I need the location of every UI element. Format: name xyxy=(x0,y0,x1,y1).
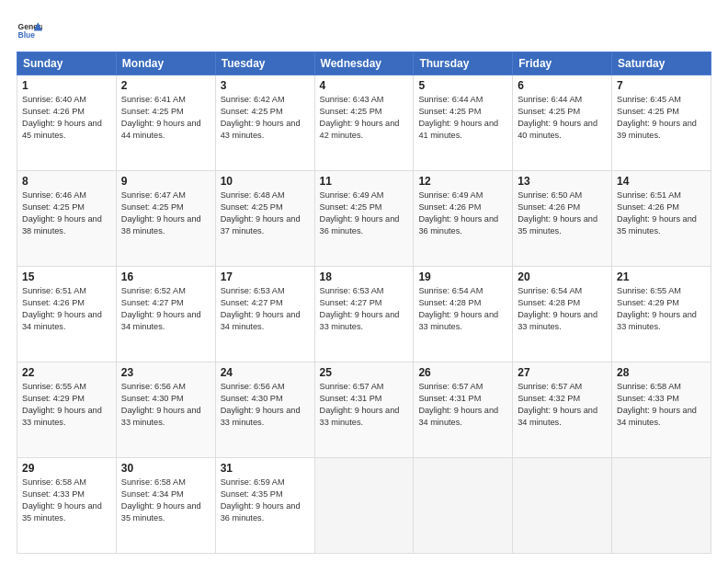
cell-info: Sunrise: 6:58 AMSunset: 4:33 PMDaylight:… xyxy=(22,477,111,524)
calendar-cell: 1Sunrise: 6:40 AMSunset: 4:26 PMDaylight… xyxy=(17,75,117,171)
day-number: 21 xyxy=(617,270,706,283)
calendar-cell: 11Sunrise: 6:49 AMSunset: 4:25 PMDayligh… xyxy=(314,171,414,267)
day-number: 25 xyxy=(320,366,409,379)
calendar-cell xyxy=(612,458,711,554)
calendar-cell: 31Sunrise: 6:59 AMSunset: 4:35 PMDayligh… xyxy=(215,458,314,554)
cell-info: Sunrise: 6:46 AMSunset: 4:25 PMDaylight:… xyxy=(22,190,111,237)
calendar-cell: 23Sunrise: 6:56 AMSunset: 4:30 PMDayligh… xyxy=(116,362,215,458)
cell-info: Sunrise: 6:51 AMSunset: 4:26 PMDaylight:… xyxy=(617,190,706,237)
cell-info: Sunrise: 6:43 AMSunset: 4:25 PMDaylight:… xyxy=(320,94,409,142)
day-number: 18 xyxy=(320,270,409,283)
day-number: 17 xyxy=(221,270,310,283)
day-number: 23 xyxy=(121,366,210,379)
svg-text:Blue: Blue xyxy=(18,30,36,40)
week-row-4: 22Sunrise: 6:55 AMSunset: 4:29 PMDayligh… xyxy=(17,362,711,458)
day-number: 7 xyxy=(617,79,706,92)
calendar-cell: 26Sunrise: 6:57 AMSunset: 4:31 PMDayligh… xyxy=(414,362,513,458)
week-row-2: 8Sunrise: 6:46 AMSunset: 4:25 PMDaylight… xyxy=(17,171,711,267)
cell-info: Sunrise: 6:57 AMSunset: 4:32 PMDaylight:… xyxy=(518,381,607,429)
calendar-cell: 20Sunrise: 6:54 AMSunset: 4:28 PMDayligh… xyxy=(513,267,612,362)
calendar-cell: 17Sunrise: 6:53 AMSunset: 4:27 PMDayligh… xyxy=(215,267,314,362)
day-number: 12 xyxy=(418,175,507,188)
day-number: 4 xyxy=(320,79,409,92)
calendar-cell: 9Sunrise: 6:47 AMSunset: 4:25 PMDaylight… xyxy=(116,171,215,267)
calendar-cell: 22Sunrise: 6:55 AMSunset: 4:29 PMDayligh… xyxy=(17,362,117,458)
day-number: 14 xyxy=(617,175,706,188)
cell-info: Sunrise: 6:53 AMSunset: 4:27 PMDaylight:… xyxy=(320,285,409,333)
calendar-cell: 30Sunrise: 6:58 AMSunset: 4:34 PMDayligh… xyxy=(116,458,215,554)
day-number: 2 xyxy=(121,79,210,92)
calendar-cell xyxy=(314,458,414,554)
week-row-5: 29Sunrise: 6:58 AMSunset: 4:33 PMDayligh… xyxy=(17,458,711,554)
page: General Blue SundayMondayTuesdayWednesda… xyxy=(0,0,728,563)
day-number: 30 xyxy=(121,462,210,475)
calendar-cell: 15Sunrise: 6:51 AMSunset: 4:26 PMDayligh… xyxy=(17,267,117,362)
cell-info: Sunrise: 6:44 AMSunset: 4:25 PMDaylight:… xyxy=(418,94,507,142)
week-row-1: 1Sunrise: 6:40 AMSunset: 4:26 PMDaylight… xyxy=(17,75,711,171)
day-number: 1 xyxy=(22,79,111,92)
day-number: 24 xyxy=(221,366,310,379)
cell-info: Sunrise: 6:44 AMSunset: 4:25 PMDaylight:… xyxy=(518,94,607,142)
day-number: 10 xyxy=(221,175,310,188)
col-header-monday: Monday xyxy=(116,52,215,75)
col-header-tuesday: Tuesday xyxy=(215,52,314,75)
calendar-cell: 8Sunrise: 6:46 AMSunset: 4:25 PMDaylight… xyxy=(17,171,117,267)
day-number: 9 xyxy=(121,175,210,188)
cell-info: Sunrise: 6:40 AMSunset: 4:26 PMDaylight:… xyxy=(22,94,111,142)
day-number: 29 xyxy=(22,462,111,475)
week-row-3: 15Sunrise: 6:51 AMSunset: 4:26 PMDayligh… xyxy=(17,267,711,362)
calendar-cell xyxy=(414,458,513,554)
cell-info: Sunrise: 6:55 AMSunset: 4:29 PMDaylight:… xyxy=(22,381,111,429)
calendar-cell: 24Sunrise: 6:56 AMSunset: 4:30 PMDayligh… xyxy=(215,362,314,458)
cell-info: Sunrise: 6:50 AMSunset: 4:26 PMDaylight:… xyxy=(518,190,607,237)
calendar-cell: 28Sunrise: 6:58 AMSunset: 4:33 PMDayligh… xyxy=(612,362,711,458)
cell-info: Sunrise: 6:51 AMSunset: 4:26 PMDaylight:… xyxy=(22,285,111,333)
calendar-cell: 29Sunrise: 6:58 AMSunset: 4:33 PMDayligh… xyxy=(17,458,117,554)
calendar-cell xyxy=(513,458,612,554)
day-number: 15 xyxy=(22,270,111,283)
calendar-cell: 12Sunrise: 6:49 AMSunset: 4:26 PMDayligh… xyxy=(414,171,513,267)
cell-info: Sunrise: 6:53 AMSunset: 4:27 PMDaylight:… xyxy=(221,285,310,333)
day-number: 27 xyxy=(518,366,607,379)
calendar-cell: 16Sunrise: 6:52 AMSunset: 4:27 PMDayligh… xyxy=(116,267,215,362)
day-number: 13 xyxy=(518,175,607,188)
day-number: 31 xyxy=(221,462,310,475)
logo: General Blue xyxy=(17,17,42,42)
day-number: 20 xyxy=(518,270,607,283)
cell-info: Sunrise: 6:52 AMSunset: 4:27 PMDaylight:… xyxy=(121,285,210,333)
calendar-cell: 6Sunrise: 6:44 AMSunset: 4:25 PMDaylight… xyxy=(513,75,612,171)
cell-info: Sunrise: 6:48 AMSunset: 4:25 PMDaylight:… xyxy=(221,190,310,237)
day-number: 28 xyxy=(617,366,706,379)
calendar: SundayMondayTuesdayWednesdayThursdayFrid… xyxy=(17,52,711,554)
cell-info: Sunrise: 6:56 AMSunset: 4:30 PMDaylight:… xyxy=(121,381,210,429)
col-header-wednesday: Wednesday xyxy=(314,52,414,75)
col-header-saturday: Saturday xyxy=(612,52,711,75)
day-number: 22 xyxy=(22,366,111,379)
col-header-thursday: Thursday xyxy=(414,52,513,75)
cell-info: Sunrise: 6:41 AMSunset: 4:25 PMDaylight:… xyxy=(121,94,210,142)
cell-info: Sunrise: 6:42 AMSunset: 4:25 PMDaylight:… xyxy=(221,94,310,142)
cell-info: Sunrise: 6:57 AMSunset: 4:31 PMDaylight:… xyxy=(418,381,507,429)
cell-info: Sunrise: 6:45 AMSunset: 4:25 PMDaylight:… xyxy=(617,94,706,142)
calendar-cell: 3Sunrise: 6:42 AMSunset: 4:25 PMDaylight… xyxy=(215,75,314,171)
cell-info: Sunrise: 6:58 AMSunset: 4:33 PMDaylight:… xyxy=(617,381,706,429)
calendar-cell: 21Sunrise: 6:55 AMSunset: 4:29 PMDayligh… xyxy=(612,267,711,362)
header: General Blue xyxy=(17,17,711,42)
calendar-cell: 19Sunrise: 6:54 AMSunset: 4:28 PMDayligh… xyxy=(414,267,513,362)
calendar-cell: 10Sunrise: 6:48 AMSunset: 4:25 PMDayligh… xyxy=(215,171,314,267)
cell-info: Sunrise: 6:58 AMSunset: 4:34 PMDaylight:… xyxy=(121,477,210,524)
day-number: 26 xyxy=(418,366,507,379)
col-header-friday: Friday xyxy=(513,52,612,75)
cell-info: Sunrise: 6:57 AMSunset: 4:31 PMDaylight:… xyxy=(320,381,409,429)
calendar-cell: 14Sunrise: 6:51 AMSunset: 4:26 PMDayligh… xyxy=(612,171,711,267)
day-number: 11 xyxy=(320,175,409,188)
cell-info: Sunrise: 6:54 AMSunset: 4:28 PMDaylight:… xyxy=(518,285,607,333)
cell-info: Sunrise: 6:59 AMSunset: 4:35 PMDaylight:… xyxy=(221,477,310,524)
calendar-cell: 13Sunrise: 6:50 AMSunset: 4:26 PMDayligh… xyxy=(513,171,612,267)
col-header-sunday: Sunday xyxy=(17,52,117,75)
day-number: 16 xyxy=(121,270,210,283)
cell-info: Sunrise: 6:54 AMSunset: 4:28 PMDaylight:… xyxy=(418,285,507,333)
calendar-cell: 27Sunrise: 6:57 AMSunset: 4:32 PMDayligh… xyxy=(513,362,612,458)
logo-icon: General Blue xyxy=(17,17,42,42)
calendar-cell: 18Sunrise: 6:53 AMSunset: 4:27 PMDayligh… xyxy=(314,267,414,362)
